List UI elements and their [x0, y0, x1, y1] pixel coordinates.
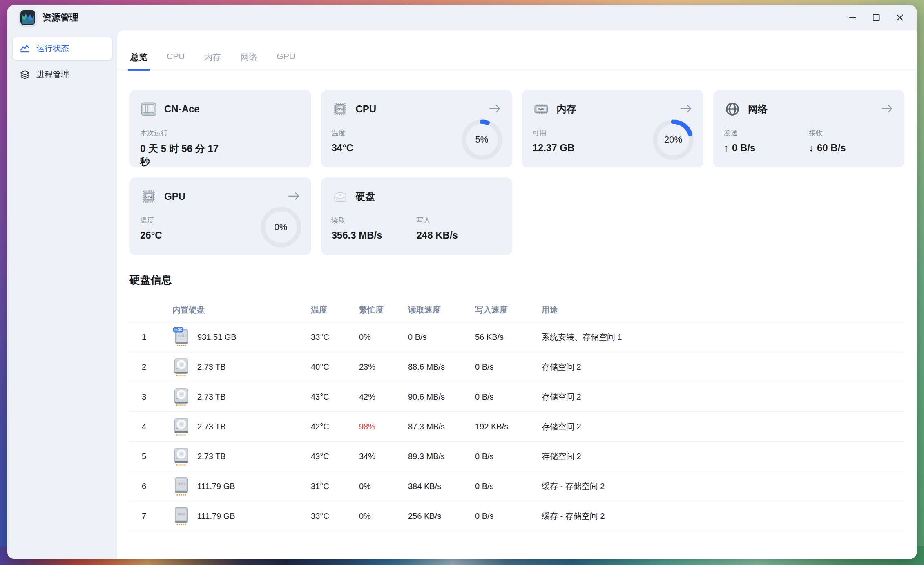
tab-gpu[interactable]: GPU	[277, 51, 295, 71]
sidebar-item-process-management[interactable]: 进程管理	[13, 63, 112, 86]
disk-size: 2.73 TB	[197, 362, 226, 372]
disk-write-speed: 0 B/s	[475, 482, 542, 491]
disk-index: 2	[129, 362, 172, 372]
close-button[interactable]	[888, 8, 912, 27]
tab-bar: 总览CPU内存网络GPU	[117, 30, 917, 71]
download-arrow-icon: ↓	[809, 142, 814, 153]
tab-memory[interactable]: 内存	[204, 51, 221, 71]
disk-usage: 缓存 - 存储空间 2	[542, 481, 904, 492]
cpu-card-arrow[interactable]	[489, 104, 502, 114]
sidebar: 运行状态 进程管理	[7, 30, 117, 559]
tab-overview[interactable]: 总览	[130, 51, 147, 71]
cpu-card: CPU CPU 温度 34°C 5%	[321, 90, 512, 167]
gpu-card-title: GPU	[164, 191, 185, 202]
uptime-label: 本次运行	[140, 128, 225, 138]
cpu-temp-label: 温度	[332, 128, 417, 138]
header-busy: 繁忙度	[359, 304, 408, 315]
network-send-value: ↑0 B/s	[724, 142, 809, 154]
disk-read-speed: 89.3 MB/s	[408, 452, 475, 461]
disk-write-speed: 0 B/s	[475, 452, 542, 461]
cpu-usage-ring: 5%	[461, 118, 503, 161]
minimize-button[interactable]	[841, 8, 864, 27]
disk-read-value: 356.3 MB/s	[332, 230, 417, 241]
disk-read-speed: 256 KB/s	[408, 511, 475, 521]
network-send-label: 发送	[724, 128, 809, 138]
disk-table-row: 4 2.73 TB 42°C 98% 87.3 MB/s 192 KB/s 存储…	[129, 411, 904, 441]
network-card-arrow[interactable]	[881, 104, 894, 114]
nas-device-icon	[140, 100, 157, 118]
disk-table-header: 内置硬盘 温度 繁忙度 读取速度 写入速度 用途	[129, 297, 904, 322]
disk-name-cell: 2.73 TB	[172, 386, 311, 407]
disk-usage: 存储空间 2	[542, 362, 904, 373]
header-disk: 内置硬盘	[172, 304, 311, 315]
hdd-icon	[172, 357, 190, 377]
disk-write-speed: 56 KB/s	[475, 333, 542, 342]
tab-cpu[interactable]: CPU	[167, 51, 185, 71]
disk-index: 6	[129, 482, 172, 491]
disk-size: 2.73 TB	[197, 392, 226, 402]
disk-index: 3	[129, 392, 172, 402]
disk-size: 931.51 GB	[197, 333, 237, 342]
hdd-icon	[172, 446, 190, 467]
disk-index: 7	[129, 511, 172, 521]
disk-table-row: 6 SSD 111.79 GB 31°C 0% 384 KB/s 0 B/s 缓…	[129, 471, 904, 501]
gpu-card-arrow[interactable]	[288, 191, 301, 201]
ssd-fnos-icon: SSDfnOS	[172, 327, 190, 347]
sidebar-item-running-status[interactable]: 运行状态	[13, 37, 112, 60]
disk-name-cell: 2.73 TB	[172, 446, 311, 467]
cpu-temp-value: 34°C	[332, 142, 417, 154]
cpu-card-title: CPU	[356, 103, 377, 115]
disk-table-row: 1 SSDfnOS 931.51 GB 33°C 0% 0 B/s 56 KB/…	[129, 322, 904, 352]
disk-temp: 43°C	[311, 452, 359, 461]
disk-temp: 31°C	[311, 482, 359, 491]
hard-drive-icon	[332, 188, 349, 205]
disk-temp: 42°C	[311, 422, 359, 431]
header-write: 写入速度	[475, 304, 542, 315]
disk-index: 1	[129, 333, 172, 342]
disk-write-label: 写入	[417, 216, 502, 225]
disk-busy: 34%	[359, 452, 408, 461]
gpu-usage-ring: 0%	[260, 206, 302, 248]
disk-table-body: 1 SSDfnOS 931.51 GB 33°C 0% 0 B/s 56 KB/…	[129, 322, 904, 531]
disk-name-cell: SSDfnOS 931.51 GB	[172, 327, 311, 347]
disk-section-title: 硬盘信息	[129, 273, 904, 287]
disk-write-value: 248 KB/s	[417, 230, 502, 241]
gpu-chip-icon: GPU	[140, 188, 157, 205]
layers-icon	[20, 69, 30, 80]
disk-size: 111.79 GB	[197, 511, 235, 521]
host-card-title: CN-Ace	[164, 103, 200, 115]
network-recv-value: ↓60 B/s	[809, 142, 894, 154]
disk-write-speed: 192 KB/s	[475, 422, 542, 431]
window-title: 资源管理	[42, 11, 78, 24]
tab-label: 网络	[240, 52, 257, 62]
network-card: 网络 发送 ↑0 B/s 接收 ↓60 B/s	[713, 90, 904, 167]
network-card-title: 网络	[748, 103, 768, 116]
network-recv-label: 接收	[809, 128, 894, 138]
ssd-icon: SSD	[172, 476, 190, 496]
memory-available-value: 12.37 GB	[533, 142, 618, 154]
svg-text:GPU: GPU	[146, 195, 152, 198]
header-usage: 用途	[542, 304, 904, 315]
memory-usage-ring: 20%	[652, 118, 694, 161]
main-panel: 总览CPU内存网络GPU CN-Ace 本次运行 0 天 5 时 56 分 17…	[117, 30, 917, 559]
disk-read-speed: 384 KB/s	[408, 482, 475, 491]
maximize-button[interactable]	[864, 8, 888, 27]
disk-write-speed: 0 B/s	[475, 362, 542, 372]
cpu-chip-icon: CPU	[332, 100, 349, 118]
header-temp: 温度	[311, 304, 359, 315]
cpu-usage-percent: 5%	[461, 118, 503, 161]
memory-card: RAM 内存 可用 12.37 GB 20%	[522, 90, 704, 167]
disk-usage: 存储空间 2	[542, 451, 904, 462]
memory-card-arrow[interactable]	[680, 104, 693, 114]
disk-busy: 0%	[359, 482, 408, 491]
disk-write-speed: 0 B/s	[475, 392, 542, 402]
disk-index: 4	[129, 422, 172, 431]
disk-busy: 98%	[359, 422, 408, 431]
disk-usage: 存储空间 2	[542, 421, 904, 432]
tab-network[interactable]: 网络	[240, 51, 257, 71]
disk-write-speed: 0 B/s	[475, 511, 542, 521]
disk-name-cell: SSD 111.79 GB	[172, 476, 311, 496]
disk-temp: 40°C	[311, 362, 359, 372]
disk-size: 111.79 GB	[197, 482, 235, 491]
disk-busy: 23%	[359, 362, 408, 372]
